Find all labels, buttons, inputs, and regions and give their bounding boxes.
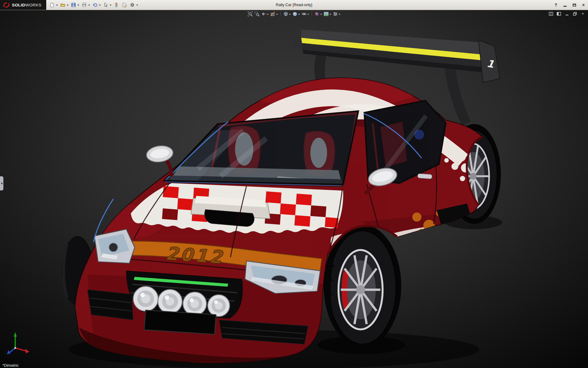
show-pane-icon (557, 12, 561, 16)
view-settings-button[interactable] (332, 11, 341, 17)
dropdown-caret[interactable] (56, 5, 58, 6)
dropdown-caret[interactable] (276, 14, 278, 15)
hide-show-items-icon (302, 11, 307, 17)
minimize-icon (566, 15, 568, 15)
show-pane-button[interactable] (556, 11, 562, 16)
chevron-left-icon (1, 182, 2, 185)
rally-car-model[interactable]: 1 (0, 10, 588, 368)
featuremanager-collapse-tab[interactable] (0, 176, 3, 190)
dropdown-caret[interactable] (289, 14, 291, 15)
view-settings-icon (333, 11, 338, 17)
zoom-to-area-icon (254, 11, 260, 17)
apply-scene-icon (324, 11, 329, 17)
dropdown-caret[interactable] (320, 14, 322, 15)
file-properties-button[interactable] (121, 1, 128, 9)
dropdown-caret[interactable] (110, 5, 111, 6)
help-button[interactable]: ? (551, 0, 560, 10)
document-window-controls: × (548, 11, 586, 16)
open-button[interactable] (59, 1, 66, 9)
options-button[interactable] (129, 1, 136, 9)
display-style-icon (292, 11, 298, 17)
dropdown-caret[interactable] (330, 14, 331, 15)
zoom-to-fit-button[interactable] (247, 11, 254, 17)
window-controls: ? × (551, 0, 588, 10)
close-button[interactable]: × (579, 0, 588, 10)
titlebar: SOLIDWORKS (0, 0, 588, 10)
document-restore-button[interactable] (572, 11, 578, 16)
view-orientation-label: *Dimetric (2, 363, 19, 368)
dropdown-caret[interactable] (298, 14, 300, 15)
apply-scene-button[interactable] (323, 11, 332, 17)
minimize-button[interactable] (560, 0, 570, 10)
print-button[interactable] (81, 1, 88, 9)
view-orientation-button[interactable] (283, 11, 292, 17)
rebuild-icon (114, 2, 119, 7)
red-dot-decals (416, 232, 438, 239)
dropdown-caret[interactable] (307, 14, 309, 15)
standard-toolbar (46, 1, 141, 9)
heads-up-view-toolbar (247, 11, 341, 17)
zoom-to-fit-icon (248, 11, 253, 17)
dropdown-caret[interactable] (88, 5, 90, 6)
edit-appearance-button[interactable] (314, 11, 323, 17)
reference-triad (7, 332, 29, 355)
maximize-icon (573, 4, 576, 6)
restore-icon (573, 12, 577, 16)
dropdown-caret[interactable] (267, 14, 269, 15)
edit-appearance-icon (315, 11, 320, 17)
split-pane-icon (549, 12, 553, 16)
section-view-button[interactable] (270, 11, 279, 17)
solidworks-application-window: SOLIDWORKS (0, 0, 588, 368)
section-view-icon (270, 11, 276, 17)
hood-year-decal: 2012 (165, 243, 225, 268)
zoom-to-area-button[interactable] (254, 11, 260, 17)
headlight-left[interactable] (94, 229, 135, 263)
toolbar-separator (312, 12, 312, 16)
display-style-button[interactable] (292, 11, 301, 17)
brand-text: SOLIDWORKS (12, 3, 41, 7)
select-button[interactable] (102, 1, 109, 9)
dropdown-caret[interactable] (136, 5, 138, 6)
maximize-button[interactable] (570, 0, 579, 10)
dropdown-caret[interactable] (77, 5, 79, 6)
dropdown-caret[interactable] (67, 5, 69, 6)
print-icon (82, 2, 87, 7)
windshield[interactable] (164, 111, 358, 187)
file-properties-icon (122, 2, 127, 7)
open-folder-icon (60, 2, 65, 7)
options-gear-icon (130, 2, 135, 7)
split-pane-button[interactable] (548, 11, 554, 16)
license-plate (144, 310, 216, 334)
document-minimize-button[interactable] (564, 11, 570, 16)
previous-view-icon (261, 11, 266, 17)
dropdown-caret[interactable] (339, 14, 341, 15)
door-handle[interactable] (417, 174, 432, 179)
save-icon (71, 2, 76, 7)
save-button[interactable] (70, 1, 77, 9)
solidworks-logo: SOLIDWORKS (0, 0, 46, 10)
new-document-button[interactable] (48, 1, 56, 9)
dropdown-caret[interactable] (99, 5, 101, 6)
document-close-button[interactable]: × (580, 11, 586, 16)
new-document-icon (50, 2, 55, 7)
previous-view-button[interactable] (261, 11, 270, 17)
undo-button[interactable] (91, 1, 99, 9)
front-right-wheel[interactable] (328, 231, 396, 344)
select-arrow-icon (103, 2, 108, 7)
rebuild-button[interactable] (113, 1, 120, 9)
graphics-area[interactable]: 1 (0, 10, 588, 368)
undo-icon (92, 2, 97, 7)
front-grille[interactable] (126, 271, 243, 318)
mirror-left[interactable] (145, 144, 174, 176)
solidworks-logo-mark (3, 2, 10, 8)
minimize-icon (564, 6, 567, 7)
toolbar-separator (281, 12, 281, 16)
hide-show-items-button[interactable] (301, 11, 310, 17)
view-orientation-icon (283, 11, 288, 17)
window-title: Rally Car [Read-only] (276, 0, 312, 10)
